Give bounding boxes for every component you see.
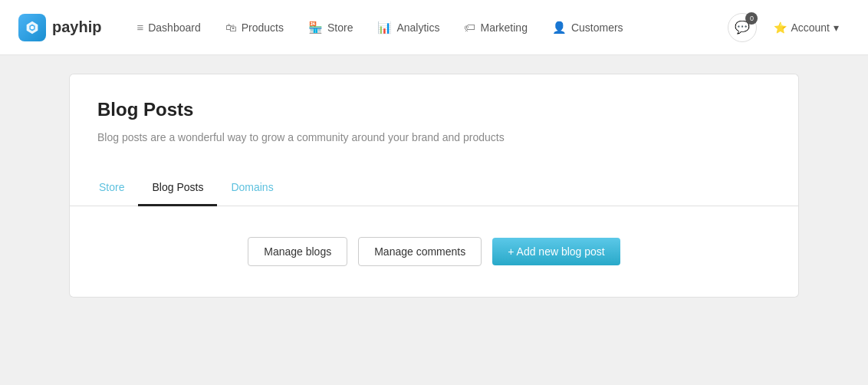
analytics-icon: 📊 — [377, 21, 392, 35]
nav-right: 💬 0 ⭐ Account ▾ — [728, 13, 850, 42]
store-icon: 🏪 — [308, 21, 323, 35]
account-star-icon: ⭐ — [774, 21, 787, 34]
nav-label-dashboard: Dashboard — [148, 21, 201, 34]
logo[interactable]: payhip — [18, 14, 101, 41]
notifications-button[interactable]: 💬 0 — [728, 13, 757, 42]
tab-blog-posts[interactable]: Blog Posts — [138, 170, 217, 206]
page-description: Blog posts are a wonderful way to grow a… — [97, 130, 771, 146]
tabs-bar: Store Blog Posts Domains — [70, 170, 798, 206]
page-title: Blog Posts — [97, 99, 771, 120]
tab-domains[interactable]: Domains — [217, 170, 287, 206]
account-label: Account — [791, 21, 830, 34]
brand-name: payhip — [52, 18, 101, 36]
manage-blogs-button[interactable]: Manage blogs — [248, 237, 347, 266]
main-nav: ≡ Dashboard 🛍 Products 🏪 Store 📊 Analyti… — [126, 15, 728, 41]
nav-label-marketing: Marketing — [480, 21, 527, 34]
logo-icon — [18, 14, 46, 41]
actions-area: Manage blogs Manage comments + Add new b… — [70, 206, 798, 297]
nav-item-products[interactable]: 🛍 Products — [215, 15, 294, 40]
svg-point-0 — [31, 25, 35, 29]
customers-icon: 👤 — [552, 21, 567, 35]
nav-item-analytics[interactable]: 📊 Analytics — [367, 15, 450, 41]
nav-label-store: Store — [327, 21, 353, 34]
marketing-icon: 🏷 — [464, 21, 475, 34]
nav-label-products: Products — [242, 21, 284, 34]
manage-comments-button[interactable]: Manage comments — [358, 237, 482, 266]
nav-item-customers[interactable]: 👤 Customers — [541, 15, 634, 41]
products-icon: 🛍 — [225, 21, 237, 34]
header: payhip ≡ Dashboard 🛍 Products 🏪 Store 📊 … — [0, 0, 868, 55]
notification-count: 0 — [745, 12, 758, 25]
nav-label-customers: Customers — [571, 21, 623, 34]
dashboard-icon: ≡ — [136, 21, 143, 34]
nav-item-dashboard[interactable]: ≡ Dashboard — [126, 15, 211, 40]
add-new-blog-post-button[interactable]: + Add new blog post — [492, 238, 620, 265]
account-menu[interactable]: ⭐ Account ▾ — [763, 15, 850, 40]
chevron-down-icon: ▾ — [833, 21, 839, 34]
tabs-card: Store Blog Posts Domains Manage blogs Ma… — [69, 170, 799, 298]
info-card: Blog Posts Blog posts are a wonderful wa… — [69, 74, 799, 170]
nav-item-marketing[interactable]: 🏷 Marketing — [453, 15, 538, 40]
nav-label-analytics: Analytics — [396, 21, 439, 34]
tab-store[interactable]: Store — [85, 170, 138, 206]
main-content: Blog Posts Blog posts are a wonderful wa… — [51, 55, 817, 316]
nav-item-store[interactable]: 🏪 Store — [298, 15, 363, 41]
